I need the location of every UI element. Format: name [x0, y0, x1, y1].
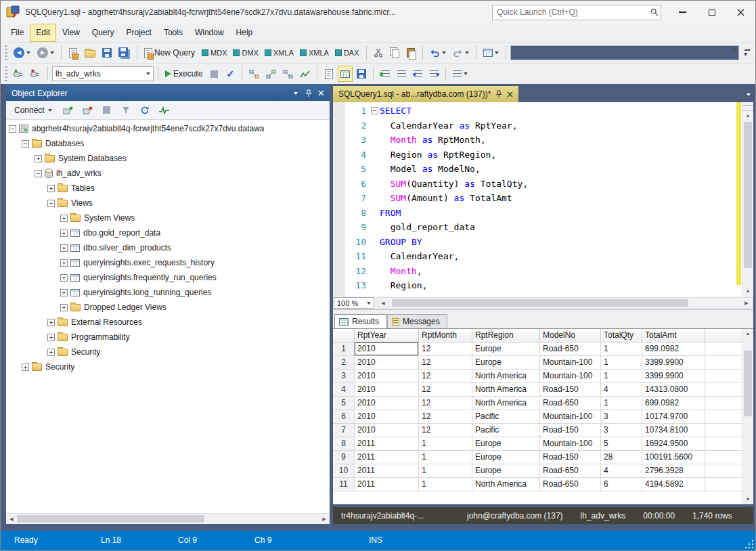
cell[interactable]: North America — [472, 383, 540, 397]
expander-icon[interactable]: − — [9, 125, 16, 133]
cell[interactable]: 2010 — [355, 356, 419, 370]
cell[interactable]: 2010 — [355, 397, 419, 410]
cell[interactable]: 1 — [419, 464, 472, 478]
new-dax-query-button-4[interactable]: DAX — [332, 45, 362, 61]
tree-item-views[interactable]: −Views — [6, 196, 330, 211]
cell[interactable]: 1 — [601, 343, 642, 356]
table-row[interactable]: 3201012North AmericaMountain-10013399.99… — [333, 370, 742, 383]
cell[interactable]: Road-650 — [540, 343, 601, 356]
new-dmx-query-button-1[interactable]: DMX — [230, 45, 261, 61]
grid-vscrollbar[interactable]: ▲ ▼ — [742, 329, 753, 504]
refresh-button[interactable] — [137, 102, 152, 118]
row-number[interactable]: 7 — [333, 424, 355, 437]
editor-hscrollbar[interactable]: ◀ ▶ — [377, 297, 753, 309]
column-header-rptyear[interactable]: RptYear — [355, 329, 419, 343]
tree-item-queryinsights-exec-requests-history[interactable]: +queryinsights.exec_requests_history — [6, 255, 330, 270]
cell[interactable]: North America — [472, 397, 540, 410]
splitter-handle[interactable] — [742, 102, 753, 111]
expander-icon[interactable]: + — [47, 349, 55, 356]
scrollbar-thumb[interactable] — [17, 515, 204, 523]
tree-item-databases[interactable]: −Databases — [6, 136, 330, 151]
table-row[interactable]: 820111EuropeMountain-100516924.9500 — [333, 437, 742, 451]
code-lines[interactable]: SELECT CalendarYear as RptYear, Month as… — [380, 102, 736, 296]
results-to-text-button[interactable] — [321, 66, 336, 82]
row-number[interactable]: 1 — [333, 343, 355, 356]
column-header-rptmonth[interactable]: RptMonth — [419, 329, 472, 343]
cell[interactable]: Road-650 — [540, 397, 601, 410]
uncomment-button[interactable] — [394, 66, 409, 82]
quick-launch-box[interactable] — [492, 5, 661, 20]
pin-tab-button[interactable] — [495, 90, 502, 98]
results-to-file-button[interactable] — [354, 66, 369, 82]
database-combobox[interactable]: lh_adv_wrks — [52, 66, 154, 81]
cell[interactable]: 16924.9500 — [642, 437, 705, 451]
cell[interactable]: 2010 — [355, 343, 419, 356]
tree-item-system-databases[interactable]: +System Databases — [6, 151, 330, 166]
resize-grip[interactable] — [744, 539, 754, 549]
column-header-rptregion[interactable]: RptRegion — [472, 329, 540, 343]
menu-query[interactable]: Query — [86, 24, 120, 42]
row-number[interactable]: 6 — [333, 410, 355, 424]
table-row[interactable]: 4201012North AmericaRoad-150414313.0800 — [333, 383, 742, 397]
parse-button[interactable] — [223, 66, 238, 82]
tree-item-lh-adv-wrks[interactable]: −lh_adv_wrks — [6, 166, 330, 181]
menu-view[interactable]: View — [56, 24, 86, 42]
paste-button[interactable] — [403, 45, 418, 61]
menu-tools[interactable]: Tools — [158, 24, 189, 42]
collapse-icon[interactable]: − — [371, 107, 378, 114]
disconnect-button[interactable] — [80, 102, 95, 118]
cell[interactable]: 12 — [419, 424, 472, 437]
tree-item-dbo-gold-report-data[interactable]: +dbo.gold_report_data — [6, 225, 330, 240]
cell[interactable]: Road-150 — [540, 424, 601, 437]
expander-icon[interactable]: + — [60, 289, 68, 296]
document-tab[interactable]: SQLQuery1.sql - ab...raftydba.com (137))… — [333, 86, 518, 102]
forward-button[interactable] — [35, 45, 57, 61]
fold-margin[interactable]: − — [370, 102, 380, 296]
row-number[interactable]: 11 — [333, 478, 355, 491]
document-list-dropdown[interactable] — [747, 89, 751, 98]
expander-icon[interactable]: + — [60, 274, 68, 282]
tree-item-queryinsights-long-running-queries[interactable]: +queryinsights.long_running_queries — [6, 285, 330, 300]
actual-plan-button[interactable] — [280, 66, 296, 82]
object-explorer-header[interactable]: Object Explorer — [6, 85, 330, 101]
expander-icon[interactable]: − — [35, 170, 42, 177]
tab-messages[interactable]: Messages — [387, 314, 447, 328]
cell[interactable]: 10734.8100 — [642, 424, 705, 437]
results-to-grid-button[interactable] — [338, 66, 353, 82]
toolbar-overflow-button[interactable] — [740, 45, 755, 61]
cell[interactable]: Road-150 — [540, 451, 601, 464]
cell[interactable]: 4 — [601, 464, 642, 478]
code-editor[interactable]: 1234567891011121314 − SELECT CalendarYea… — [333, 102, 753, 296]
expander-icon[interactable]: + — [60, 259, 68, 267]
table-row[interactable]: 920111EuropeRoad-15028100191.5600 — [333, 451, 742, 464]
cell[interactable]: 2011 — [355, 437, 419, 451]
expander-icon[interactable]: − — [22, 140, 29, 148]
cell[interactable]: 3 — [601, 424, 642, 437]
cell[interactable]: 3399.9900 — [642, 370, 705, 383]
template-parameters-button[interactable] — [481, 45, 502, 61]
toolbar-grip[interactable] — [5, 66, 7, 81]
cell[interactable]: 100191.5600 — [642, 451, 705, 464]
undo-button[interactable] — [427, 45, 449, 61]
minimize-button[interactable] — [668, 1, 697, 24]
pin-button[interactable] — [303, 87, 314, 99]
tree-item-security[interactable]: +Security — [6, 359, 330, 374]
table-row[interactable]: 1201012EuropeRoad-6501699.0982 — [333, 343, 742, 356]
cell[interactable]: 2010 — [355, 383, 419, 397]
row-number[interactable]: 4 — [333, 383, 355, 397]
live-query-stats-button[interactable] — [263, 66, 279, 82]
cell[interactable]: 10174.9700 — [642, 410, 705, 424]
cancel-query-button[interactable] — [206, 66, 221, 82]
column-header-modelno[interactable]: ModelNo — [540, 329, 601, 343]
cell[interactable]: 1 — [419, 451, 472, 464]
cell[interactable]: 2011 — [355, 464, 419, 478]
cell[interactable]: 2011 — [355, 451, 419, 464]
scroll-right-arrow[interactable]: ▶ — [319, 516, 330, 522]
menu-file[interactable]: File — [5, 24, 30, 42]
tree-item-external-resources[interactable]: +External Resources — [6, 315, 330, 330]
close-panel-button[interactable] — [315, 87, 327, 99]
tree-item-security[interactable]: +Security — [6, 345, 330, 359]
cell[interactable]: 4 — [601, 383, 642, 397]
cell[interactable]: 1 — [601, 370, 642, 383]
cell[interactable]: 6 — [601, 478, 642, 491]
